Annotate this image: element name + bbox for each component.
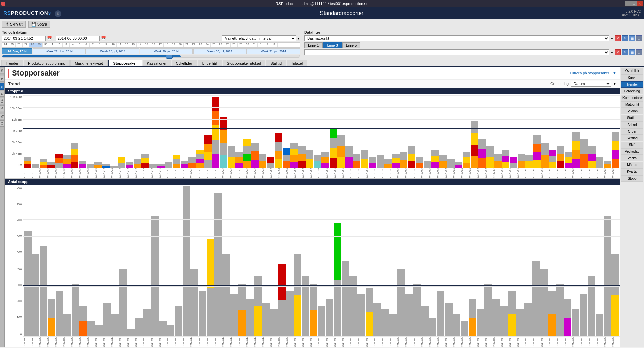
bar-65[interactable] bbox=[540, 186, 548, 337]
bar-50[interactable] bbox=[421, 186, 429, 337]
bar-8[interactable] bbox=[87, 186, 95, 337]
bar-74[interactable] bbox=[611, 186, 619, 337]
right-option-artikel[interactable]: Artikel bbox=[621, 121, 643, 128]
folder-tab-ha[interactable]: Hä bbox=[0, 98, 4, 104]
bar-34[interactable] bbox=[294, 186, 302, 337]
bar-28[interactable] bbox=[246, 186, 254, 337]
right-option-sektion[interactable]: Sektion bbox=[621, 108, 643, 114]
filter2-chart-btn[interactable]: ▦ bbox=[629, 49, 635, 55]
bar-61[interactable] bbox=[508, 186, 516, 337]
bar-23[interactable] bbox=[207, 186, 214, 337]
bar-15[interactable] bbox=[143, 186, 151, 337]
bar-73[interactable] bbox=[604, 186, 611, 337]
filter-edit-btn[interactable]: ✎ bbox=[622, 35, 628, 41]
tab-produktionsuppfoljning[interactable]: Produktionsuppföljning bbox=[24, 60, 70, 66]
folder-tab-nu[interactable]: Nu bbox=[0, 75, 4, 82]
bar-4[interactable] bbox=[56, 186, 63, 337]
bar-53[interactable] bbox=[445, 186, 453, 337]
bar-10[interactable] bbox=[103, 186, 111, 337]
end-date-input[interactable] bbox=[56, 36, 100, 41]
folder-tab-pr[interactable]: Pr bbox=[0, 91, 4, 97]
bar-37[interactable] bbox=[318, 186, 326, 337]
save-button[interactable]: 💾 Spara bbox=[28, 21, 50, 28]
tab-stopporsaker-utokad[interactable]: Stopporsaker utökad bbox=[223, 60, 266, 66]
linje5-tab[interactable]: Linje 5 bbox=[342, 42, 360, 48]
bar-44[interactable] bbox=[373, 186, 381, 337]
linje3-tab[interactable]: Linje 3 bbox=[323, 42, 341, 48]
calendar-icon-2[interactable]: 📅 bbox=[101, 36, 106, 41]
calendar-icon-1[interactable]: 📅 bbox=[47, 36, 52, 41]
bar-22[interactable] bbox=[199, 186, 206, 337]
filter2-info-btn[interactable]: ℹ bbox=[636, 49, 642, 55]
bar-26[interactable] bbox=[230, 186, 238, 337]
bar-63[interactable] bbox=[524, 186, 532, 337]
tab-trender[interactable]: Trender bbox=[1, 60, 23, 66]
filter-info-btn[interactable]: ℹ bbox=[636, 35, 642, 41]
bar-41[interactable] bbox=[349, 186, 357, 337]
filter2-edit-btn[interactable]: ✎ bbox=[622, 49, 628, 55]
slider-handle[interactable] bbox=[166, 55, 173, 59]
bar-19[interactable] bbox=[175, 186, 182, 337]
bar-17[interactable] bbox=[159, 186, 167, 337]
bar-67[interactable] bbox=[556, 186, 564, 337]
right-option-matpunkt[interactable]: Mätpunkt bbox=[621, 101, 643, 108]
close-btn[interactable]: ✕ bbox=[637, 1, 643, 6]
bar-1[interactable] bbox=[32, 186, 40, 337]
filter-chart-btn[interactable]: ▦ bbox=[629, 35, 635, 41]
bar-35[interactable] bbox=[302, 186, 309, 337]
tab-maskineffektivitet[interactable]: Maskineffektivitet bbox=[70, 60, 107, 66]
tab-cykeltider[interactable]: Cykeltider bbox=[172, 60, 197, 66]
maximize-btn[interactable]: □ bbox=[631, 1, 637, 6]
basmätpunkt-select[interactable]: Basmätpunkt bbox=[304, 35, 609, 41]
right-option-stopp[interactable]: Stopp bbox=[621, 175, 643, 182]
right-option-trender[interactable]: Trender bbox=[621, 81, 643, 88]
right-option-vecka[interactable]: Vecka bbox=[621, 155, 643, 161]
bar-12[interactable] bbox=[119, 186, 127, 337]
linje1-tab[interactable]: Linje 1 bbox=[304, 42, 323, 48]
bar-69[interactable] bbox=[572, 186, 579, 337]
bar-18[interactable] bbox=[167, 186, 175, 337]
bar-58[interactable] bbox=[484, 186, 492, 337]
right-option-manad[interactable]: Månad bbox=[621, 162, 643, 168]
tab-underhall[interactable]: Underhåll bbox=[198, 60, 222, 66]
minimize-btn[interactable]: ─ bbox=[625, 1, 631, 6]
bar-48[interactable] bbox=[405, 186, 413, 337]
secondary-filter-select[interactable] bbox=[304, 49, 609, 55]
right-option-skift[interactable]: Skift bbox=[621, 142, 643, 148]
right-option-kurva[interactable]: Kurva bbox=[621, 74, 643, 81]
bar-24[interactable] bbox=[214, 186, 222, 337]
bar-11[interactable] bbox=[111, 186, 119, 337]
right-option-fordelning[interactable]: Fördelning bbox=[621, 88, 643, 94]
bar-0[interactable] bbox=[24, 186, 32, 337]
bar-59[interactable] bbox=[492, 186, 500, 337]
tab-stalltid[interactable]: Ställtid bbox=[266, 60, 286, 66]
folder-tab-sy[interactable]: Sy bbox=[0, 113, 4, 119]
write-button[interactable]: 🖨 Skriv ut bbox=[2, 21, 26, 28]
bar-62[interactable] bbox=[516, 186, 524, 337]
bar-45[interactable] bbox=[381, 186, 389, 337]
right-option-station[interactable]: Station bbox=[621, 115, 643, 121]
tab-stopporsaker[interactable]: Stopporsaker bbox=[108, 60, 142, 67]
bar-42[interactable] bbox=[357, 186, 365, 337]
bar-70[interactable] bbox=[580, 186, 588, 337]
bar-47[interactable] bbox=[397, 186, 405, 337]
bar-36[interactable] bbox=[310, 186, 317, 337]
bar-66[interactable] bbox=[548, 186, 556, 337]
bar-39[interactable] bbox=[334, 186, 341, 337]
right-option-kommentarer[interactable]: Kommentarer bbox=[621, 95, 643, 101]
bar-13[interactable] bbox=[127, 186, 135, 337]
right-option-overblick[interactable]: Överblick bbox=[621, 68, 643, 74]
bar-40[interactable] bbox=[342, 186, 349, 337]
bar-49[interactable] bbox=[413, 186, 421, 337]
bar-25[interactable] bbox=[222, 186, 230, 337]
bar-30[interactable] bbox=[262, 186, 270, 337]
bar-14[interactable] bbox=[135, 186, 143, 337]
bar-51[interactable] bbox=[429, 186, 437, 337]
bar-9[interactable] bbox=[95, 186, 103, 337]
bar-6[interactable] bbox=[72, 186, 79, 337]
bar-33[interactable] bbox=[286, 186, 294, 337]
start-date-input[interactable] bbox=[2, 36, 46, 41]
bar-21[interactable] bbox=[190, 186, 198, 337]
folder-tab-ut[interactable]: Ut bbox=[0, 120, 4, 127]
right-option-veckodag[interactable]: Veckodag bbox=[621, 148, 643, 155]
